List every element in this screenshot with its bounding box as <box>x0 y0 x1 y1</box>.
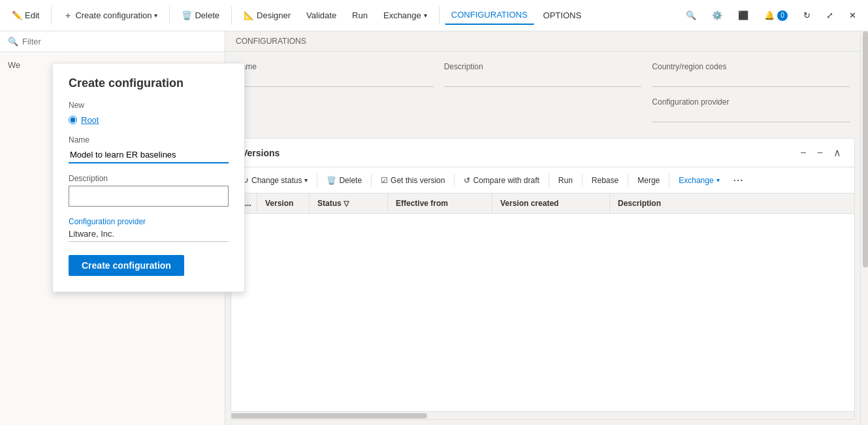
versions-chevron-btn[interactable]: ∧ <box>831 145 844 160</box>
right-panel: CONFIGURATIONS Name Description Country/… <box>225 31 860 425</box>
close-button[interactable]: ✕ <box>843 7 863 24</box>
root-radio[interactable] <box>69 116 77 124</box>
change-status-dropdown-icon: ▾ <box>304 177 308 184</box>
rebase-button[interactable]: Rebase <box>587 173 624 188</box>
get-version-label: Get this version <box>391 176 445 185</box>
v-sep-2 <box>371 174 372 187</box>
main-toolbar: ✏️ Edit ＋ Create configuration ▾ 🗑️ Dele… <box>0 0 868 31</box>
detail-description-value <box>444 74 642 87</box>
exchange-button[interactable]: Exchange ▾ <box>377 7 434 24</box>
new-label: New <box>69 101 229 110</box>
versions-run-label: Run <box>558 176 573 185</box>
merge-label: Merge <box>637 176 660 185</box>
compare-draft-label: Compare with draft <box>473 176 539 185</box>
dropdown-arrow-icon: ▾ <box>154 12 157 19</box>
description-input[interactable] <box>69 186 229 207</box>
detail-description-field: Description <box>444 62 642 87</box>
detail-description-label: Description <box>444 62 642 71</box>
h-scrollbar-thumb[interactable] <box>231 413 427 418</box>
name-field-label: Name <box>69 135 229 144</box>
versions-delete-label: Delete <box>339 176 362 185</box>
validate-button[interactable]: Validate <box>300 7 343 24</box>
validate-label: Validate <box>306 10 336 20</box>
col-version-created: Version created <box>492 194 610 213</box>
col-version: Version <box>257 194 310 213</box>
breadcrumb: CONFIGURATIONS <box>225 31 860 52</box>
detail-name-label: Name <box>236 62 434 71</box>
office-icon-button[interactable]: ⬛ <box>731 7 755 24</box>
popout-icon: ⤢ <box>826 10 833 20</box>
col-effective-from: Effective from <box>388 194 492 213</box>
close-icon: ✕ <box>849 10 856 20</box>
root-radio-label[interactable]: Root <box>81 115 99 125</box>
provider-value: Litware, Inc. <box>69 229 229 242</box>
radio-group: Root <box>69 115 229 125</box>
versions-exchange-button[interactable]: Exchange ▾ <box>673 173 724 188</box>
separator-2 <box>169 7 170 25</box>
exchange-label: Exchange <box>383 10 421 20</box>
designer-label: Designer <box>257 10 291 20</box>
filter-bar: 🔍 <box>0 31 225 52</box>
popout-button[interactable]: ⤢ <box>820 7 840 24</box>
designer-button[interactable]: 📐 Designer <box>237 7 297 24</box>
v-sep-5 <box>582 174 583 187</box>
search-icon: 🔍 <box>686 10 696 20</box>
refresh-button[interactable]: ↻ <box>797 7 817 24</box>
office-icon: ⬛ <box>738 10 748 20</box>
detail-country-value <box>652 74 850 87</box>
versions-delete-icon: 🗑️ <box>327 176 336 185</box>
filter-icon-status[interactable]: ▽ <box>344 199 349 207</box>
search-button[interactable]: 🔍 <box>679 7 703 24</box>
more-options-button[interactable]: ⋯ <box>728 171 748 189</box>
versions-header: Versions − − ∧ <box>231 139 854 167</box>
table-header: R... Version Status ▽ Effective from Ver… <box>231 194 854 214</box>
compare-draft-button[interactable]: ↺ Compare with draft <box>458 173 544 188</box>
versions-controls: − − ∧ <box>797 145 844 160</box>
get-version-icon: ☑ <box>381 176 388 185</box>
notification-button[interactable]: 🔔 0 <box>758 7 794 25</box>
versions-title: Versions <box>242 148 280 158</box>
versions-collapse-btn[interactable]: − <box>797 146 809 160</box>
versions-delete-button[interactable]: 🗑️ Delete <box>321 173 367 188</box>
v-sep-4 <box>549 174 549 187</box>
settings-icon-button[interactable]: ⚙️ <box>705 7 729 24</box>
separator-1 <box>51 7 52 25</box>
toolbar-right: 🔍 ⚙️ ⬛ 🔔 0 ↻ ⤢ ✕ <box>679 7 863 25</box>
h-scrollbar-container <box>231 411 854 419</box>
left-content-text: We <box>8 60 20 70</box>
change-status-button[interactable]: ↻ Change status ▾ <box>236 173 313 188</box>
versions-expand-btn[interactable]: − <box>814 146 826 160</box>
edit-button[interactable]: ✏️ Edit <box>5 7 46 24</box>
get-version-button[interactable]: ☑ Get this version <box>376 173 450 188</box>
create-label: Create configuration <box>75 10 152 20</box>
delete-button[interactable]: 🗑️ Delete <box>175 7 226 24</box>
versions-run-button[interactable]: Run <box>553 173 578 188</box>
right-scrollbar-track <box>860 31 868 425</box>
plus-icon: ＋ <box>63 10 72 22</box>
run-button[interactable]: Run <box>346 7 374 24</box>
change-status-label: Change status <box>251 176 302 185</box>
settings-icon: ⚙️ <box>712 10 722 20</box>
create-configuration-button[interactable]: ＋ Create configuration ▾ <box>57 6 164 26</box>
config-details: Name Description Country/region codes Co… <box>225 52 860 133</box>
merge-button[interactable]: Merge <box>632 173 665 188</box>
panel-title: Create configuration <box>69 76 229 90</box>
options-tab[interactable]: OPTIONS <box>537 7 588 24</box>
right-scrollbar-thumb[interactable] <box>863 31 868 267</box>
v-sep-6 <box>628 174 628 187</box>
create-config-panel: Create configuration New Root Name Descr… <box>52 63 245 292</box>
run-label: Run <box>352 10 368 20</box>
exchange-dropdown-icon: ▾ <box>424 12 427 19</box>
separator-3 <box>231 7 232 25</box>
filter-input[interactable] <box>22 37 217 46</box>
configurations-tab[interactable]: CONFIGURATIONS <box>445 6 534 25</box>
versions-exchange-dropdown-icon: ▾ <box>716 177 720 184</box>
filter-icon: 🔍 <box>8 37 18 46</box>
edit-icon: ✏️ <box>12 10 22 20</box>
create-configuration-submit-button[interactable]: Create configuration <box>69 255 184 276</box>
col-status-label: Status <box>317 199 342 208</box>
configurations-label: CONFIGURATIONS <box>451 10 528 20</box>
options-label: OPTIONS <box>543 10 582 20</box>
detail-provider-label: Configuration provider <box>652 97 850 107</box>
name-input[interactable] <box>69 147 229 163</box>
